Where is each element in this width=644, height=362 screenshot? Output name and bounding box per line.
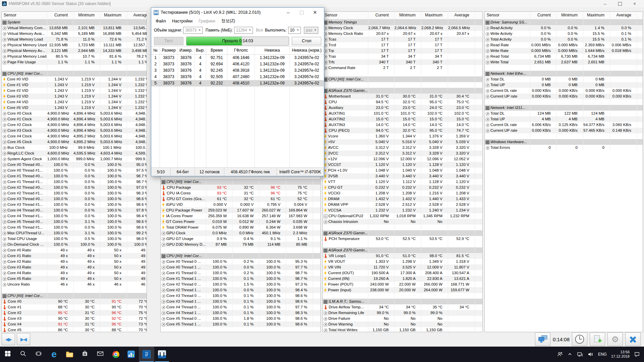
sensor-row[interactable]: Core #188 °C30 °C90 °C70 °C (2, 304, 147, 310)
column-header-current[interactable]: Current (47, 12, 73, 19)
linx-maximize-button[interactable] (295, 8, 308, 16)
sensor-row[interactable]: Core #390 °C30 °C92 °C72 °C (2, 316, 147, 321)
column-header-sensor[interactable]: Sensor (2, 12, 47, 19)
sensor-row[interactable]: CPU Package93 °C32 °C96 °C75 °C (161, 185, 320, 190)
sensor-row[interactable]: Total DRAM Power6.075 W0.890 W6.364 W3.6… (161, 225, 320, 230)
sensor-row[interactable]: Core #0 Thread #1...100.0 %0.0 %100.0 %9… (2, 168, 147, 173)
sensor-row[interactable]: Core #491 °C31 °C95 °C73 °C (2, 321, 147, 327)
sensor-row[interactable]: Write Total2,651 MB2,637 MB2,651 MB (485, 59, 643, 65)
sensor-row[interactable]: +12V12.096 V12.000 V12.096 V12.052 V (323, 156, 482, 162)
sensor-row[interactable]: Total DL0 MB0 MB0 MB (485, 76, 643, 82)
expand-columns-button[interactable]: ◀▶ (2, 333, 15, 345)
sensor-row[interactable]: 3VCC3.312 V3.312 V3.328 V3.320 V (323, 150, 482, 156)
sensor-row[interactable]: Core #5 Thread #1...100.0 %0.0 %100.0 %9… (2, 225, 147, 230)
sensor-row[interactable]: CPU IA Cores93 °C31 °C96 °C75 °C (161, 190, 320, 196)
taskbar-clock[interactable]: 13:56 17.12.2018 (611, 350, 630, 359)
taskbar-start-button[interactable] (0, 347, 15, 362)
sensor-row[interactable]: Virtual Memory Com...13,658 MB2,101 MB13… (2, 25, 147, 31)
sensor-row[interactable]: Total Errors000 (485, 145, 643, 150)
sensor-row[interactable]: Uncore Ratio46 x46 x46 x46 x (2, 282, 147, 287)
sensor-row[interactable]: Physical Memory Av...3,121 MB2,944 MB14,… (2, 48, 147, 54)
sensor-row[interactable]: Core #2 Thread #1...100.0 %0.0 %100.0 %9… (2, 190, 147, 196)
sensor-row[interactable]: Core #0 Ratio49 x49 x50 x49 x (2, 247, 147, 253)
column-header-average[interactable]: Average (610, 12, 637, 19)
sensor-row[interactable]: Virtual Memory Load71.8 %11.0 %72.6 %71.… (2, 37, 147, 42)
sensor-row[interactable]: DRAM1.432 V1.432 V1.440 V1.433 V (323, 196, 482, 202)
sensor-row[interactable]: Core #0 Thread #0...100.0 %0.0 %100.0 %9… (2, 162, 147, 168)
taskbar-search-button[interactable] (15, 347, 31, 362)
sensor-row[interactable]: VR Loop191.0 °C51.0 °C98.0 °C81.5 °C (323, 253, 482, 259)
sensor-row[interactable]: Core #090 °C30 °C91 °C72 °C (2, 299, 147, 304)
sensor-row[interactable]: Core #4 Thread #1...100.0 %0.0 %100.0 %9… (2, 213, 147, 219)
task-size-select[interactable]: 38373 (183, 27, 202, 34)
run-unit-select[interactable]: раз (304, 27, 318, 34)
taskbar-file-explorer-button[interactable] (62, 347, 77, 362)
sensor-row[interactable]: Core #1 Clock4,900.0 MHz4,896.4 MHz5,003… (2, 116, 147, 122)
sensor-row[interactable]: Core #1 Thread #0...100.0 %0.0 %100.0 %9… (2, 173, 147, 179)
sensor-row[interactable]: VCCSA1.232 V1.232 V1.240 V1.234 V (323, 207, 482, 213)
sensor-row[interactable]: Core #0 Thread 1 ...100.0 %0.0 %100.0 %9… (161, 264, 320, 270)
sensor-row[interactable]: Core #1 VID1.243 V1.219 V1.244 V1.232 V (2, 82, 147, 88)
sensor-row[interactable]: Core #5 VID1.243 V1.219 V1.244 V1.232 V (2, 105, 147, 111)
linx-result-row[interactable]: 43837338376492.505407.24601.341232e-093.… (151, 74, 324, 80)
sensor-row[interactable]: Power (Input)238.000 W20.000 W264.000 W1… (323, 287, 482, 293)
sensor-row[interactable]: Core #2 VID1.243 V1.219 V1.244 V1.232 V (2, 88, 147, 94)
sensor-row[interactable]: Current (IIN)19.260 A1.820 A22.830 A13.6… (323, 276, 482, 282)
memory-select[interactable]: 11264 (234, 27, 253, 34)
sensor-row[interactable]: Core #4 VID1.243 V1.219 V1.244 V1.232 V (2, 99, 147, 105)
sensor-row[interactable]: AUXTIN1101.0 °C101.0 °C102.0 °C102.0 °C (323, 111, 482, 116)
column-header-sensor[interactable]: Sensor (485, 12, 530, 19)
column-header-maximum[interactable]: Maximum (421, 12, 448, 19)
sensor-row[interactable]: Command Rate2 T2 T2 T (323, 65, 482, 71)
sensor-row[interactable]: PCH +1.0V1.048 V1.040 V1.048 V1.048 V (323, 168, 482, 173)
people-icon[interactable] (557, 351, 563, 357)
sensor-row[interactable]: Trp17 T17 T17 T (323, 48, 482, 54)
sensor-row[interactable]: Memory Clock2,066.7 MHz2,064.6 MHz2,068.… (323, 25, 482, 31)
chevron-up-icon[interactable] (567, 352, 573, 357)
sensor-row[interactable]: Current DL rate6.006 KB/s0.125 KB/s54.37… (485, 122, 643, 128)
linx-menu-item-2[interactable]: Настройки (169, 19, 196, 23)
linx-result-row[interactable]: 33837338376492.245408.39181.341232e-093.… (151, 67, 324, 74)
sensor-row[interactable]: Trfc340 T340 T340 T (323, 59, 482, 65)
sensor-row[interactable]: Bus Clock100.0 MHz99.9 MHz100.1 MHz100.0… (2, 145, 147, 150)
sensor-row[interactable]: AVCC3.312 V3.312 V3.328 V3.320 V (323, 145, 482, 150)
column-header-minimum[interactable]: Minimum (73, 12, 100, 19)
taskbar-monitor-app-button[interactable] (123, 347, 139, 362)
sensor-row[interactable]: CPU (PECI)94.0 °C32.0 °C95.0 °C74.7 °C (323, 128, 482, 133)
taskbar-task-view-button[interactable] (31, 347, 46, 362)
sensor-row[interactable]: Core #0 VID1.243 V1.219 V1.244 V1.232 V (2, 76, 147, 82)
sensor-row[interactable]: Current UP rate0.000 KB/s0.000 KB/s0.000… (485, 94, 643, 99)
volume-icon[interactable] (588, 351, 594, 357)
sensor-row[interactable]: Max CPU/Thread U...100.0 %3.1 %100.0 %99… (2, 230, 147, 236)
sensor-row[interactable]: Auxiliary23.0 °C23.0 °C24.0 °C23.0 °C (323, 105, 482, 111)
linx-result-row[interactable]: 13837338376492.751406.16461.341232e-093.… (151, 55, 324, 61)
sensor-row[interactable]: Core #2 Thread #0...100.0 %0.0 %100.0 %9… (2, 185, 147, 190)
sensor-row[interactable]: Vcore1.360 V1.344 V1.376 V1.359 V (323, 133, 482, 139)
taskbar-edge-button[interactable]: e (46, 347, 62, 362)
sensor-row[interactable]: Core #3 Ratio49 x49 x50 x49 x (2, 264, 147, 270)
network-icon[interactable] (577, 351, 583, 357)
column-header-minimum[interactable]: Minimum (394, 12, 421, 19)
sensor-row[interactable]: Core #3 VID1.243 V1.219 V1.244 V1.232 V (2, 94, 147, 99)
sensor-row[interactable]: Memory Clock Ratio20.67 x20.67 x20.67 x2… (323, 31, 482, 37)
sensor-row[interactable]: Core #2 Clock4,900.0 MHz4,896.4 MHz5,003… (2, 122, 147, 128)
sensor-row[interactable]: Core #4 Clock4,900.0 MHz4,895.2 MHz5,003… (2, 133, 147, 139)
sensor-row[interactable]: Power (POUT)243.000 W22.000 W266.000 W16… (323, 282, 482, 287)
sensor-row[interactable]: System Agent Clock1,000.0 MHz999.0 MHz1,… (2, 156, 147, 162)
sensor-row[interactable]: Tcas17 T17 T17 T (323, 37, 482, 42)
sensor-row[interactable]: Total CPU Usage100.0 %0.5 %100.0 %98.0 % (2, 236, 147, 242)
sensor-row[interactable]: Drive Airflow Temp...34 °C34 °C35 °C34 °… (323, 304, 482, 310)
linx-close-button[interactable]: ✕ (308, 8, 322, 16)
column-header-average[interactable]: Average (448, 12, 475, 19)
linx-result-row[interactable]: 53837338376492.232408.45101.341232e-093.… (151, 80, 324, 86)
sensor-row[interactable]: Write Rate0.000 MB/s0.000 MB/s1.644 MB/s… (485, 48, 643, 54)
sensor-row[interactable]: Core #3 Thread #1...100.0 %0.0 %100.0 %9… (2, 202, 147, 207)
sensor-row[interactable]: VTT1.120 V1.112 V1.128 V1.120 V (323, 179, 482, 185)
sensor-row[interactable]: Core #3 Clock4,900.0 MHz4,896.4 MHz5,003… (2, 128, 147, 133)
sensor-row[interactable]: Ring/LLC Clock4,600.0 MHz4,595.5 MHz4,60… (2, 150, 147, 156)
sensor-row[interactable]: Core #1 Thread 0 ...100.0 %0.2 %100.0 %9… (161, 270, 320, 276)
sensor-row[interactable]: Current UP rate0.000 KB/s0.000 KB/s57.46… (485, 128, 643, 133)
sensor-row[interactable]: Total DL124 MB122 MB124 MB (485, 111, 643, 116)
sensor-row[interactable]: CPU Package Power259.023 W17.607 W260.02… (161, 207, 320, 213)
sensor-row[interactable]: Physical Memory Used12,935 MB1,723 MB13,… (2, 42, 147, 48)
